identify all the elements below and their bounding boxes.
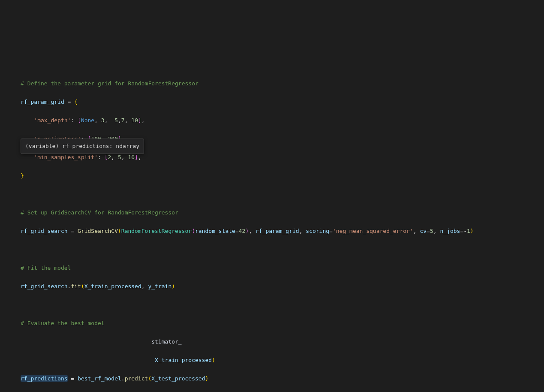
code-line[interactable] [21, 300, 544, 310]
code-line[interactable]: # Define the parameter grid for RandomFo… [21, 79, 544, 88]
code-line[interactable]: X_train_processed) [21, 356, 544, 365]
code-line[interactable]: stimator_ [21, 337, 544, 347]
brace: } [21, 172, 24, 179]
code-line[interactable]: } [21, 171, 544, 181]
kwarg: scoring [306, 228, 329, 234]
code-line[interactable]: # Set up GridSearchCV for RandomForestRe… [21, 208, 544, 217]
identifier: X_train_processed [84, 283, 141, 289]
call: GridSearchCV [78, 228, 118, 234]
number: 42 [239, 228, 246, 234]
code-line[interactable] [21, 190, 544, 199]
brace: { [74, 99, 78, 105]
comment: # Set up GridSearchCV for RandomForestRe… [21, 209, 178, 216]
identifier: rf_param_grid [21, 99, 64, 105]
identifier: best_rf_model [78, 375, 121, 382]
operator: = [64, 99, 74, 105]
number: 3 [101, 117, 105, 124]
code-line[interactable]: rf_grid_search.fit(X_train_processed, y_… [21, 282, 544, 291]
number: 10 [128, 154, 135, 160]
code-line[interactable]: rf_predictions = best_rf_model.predict(X… [21, 374, 544, 383]
code-editor[interactable]: # Define the parameter grid for RandomFo… [21, 70, 544, 392]
code-line[interactable]: 'max_depth': [None, 3, 5,7, 10], [21, 116, 544, 125]
kwarg: cv [420, 228, 427, 234]
kwarg: n_jobs [440, 228, 460, 234]
comment: # Fit the model [21, 265, 71, 271]
number: 5 [114, 117, 118, 124]
number: 10 [131, 117, 138, 124]
class: RandomForestRegressor [121, 228, 192, 234]
identifier: y_train [148, 283, 171, 289]
number: 5 [118, 154, 121, 160]
hover-tooltip: (variable) rf_predictions: ndarray [21, 139, 144, 154]
code-line[interactable]: 'min_samples_split': [2, 5, 10], [21, 153, 544, 162]
call: predict [125, 375, 148, 382]
string: 'neg_mean_squared_error' [333, 228, 413, 234]
comment: # Define the parameter grid for RandomFo… [21, 80, 198, 87]
identifier: rf_param_grid [255, 228, 299, 234]
identifier: rf_grid_search [21, 283, 68, 289]
identifier: X_test_processed [151, 375, 205, 382]
comment: # Evaluate the best model [21, 320, 105, 326]
truncated-text: stimator_ [151, 338, 181, 345]
string: 'min_samples_split' [34, 154, 98, 160]
code-line[interactable]: rf_grid_search = GridSearchCV(RandomFore… [21, 226, 544, 236]
string: 'max_depth' [34, 117, 71, 124]
code-line[interactable]: # Evaluate the best model [21, 319, 544, 328]
number: 1 [467, 228, 470, 234]
number: 5 [430, 228, 433, 234]
number: 7 [121, 117, 125, 124]
call: fit [71, 283, 81, 289]
identifier: X_train_processed [155, 357, 212, 363]
code-line[interactable]: # Fit the model [21, 263, 544, 273]
identifier-hover: rf_predictions [21, 375, 68, 382]
kwarg: random_state [195, 228, 235, 234]
code-line[interactable] [21, 245, 544, 254]
identifier: rf_grid_search [21, 228, 68, 234]
constant: None [81, 117, 94, 124]
code-line[interactable]: rf_param_grid = { [21, 97, 544, 107]
